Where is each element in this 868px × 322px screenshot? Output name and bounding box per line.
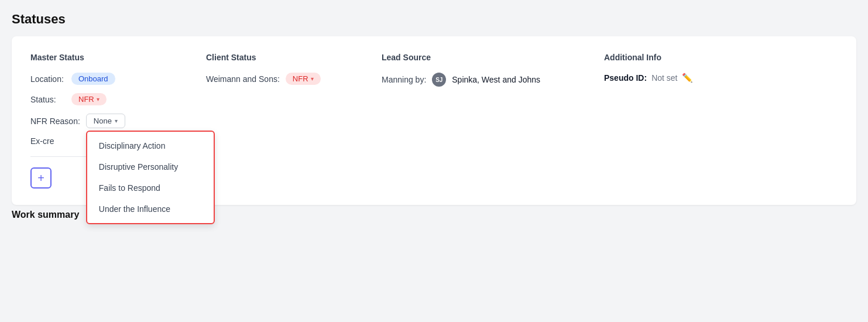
add-button[interactable]: +	[30, 167, 52, 189]
status-badge[interactable]: NFR ▾	[71, 93, 107, 105]
dropdown-item-fails-respond[interactable]: Fails to Respond	[87, 177, 214, 198]
columns-grid: Master Status Location: Onboard Status: …	[30, 53, 838, 189]
ex-credits-label: Ex-cre	[30, 136, 54, 146]
manning-label: Manning by:	[382, 75, 426, 84]
nfr-reason-chevron-icon: ▾	[115, 118, 118, 124]
nfr-reason-row: NFR Reason: None ▾ Disciplinary Action D…	[30, 114, 192, 128]
status-label: Status:	[30, 95, 66, 104]
manning-row: Manning by: SJ Spinka, West and Johns	[382, 73, 590, 87]
weimann-label: Weimann and Sons:	[206, 74, 280, 84]
location-label: Location:	[30, 74, 66, 84]
weimann-row: Weimann and Sons: NFR ▾	[206, 73, 368, 85]
master-status-header: Master Status	[30, 53, 192, 62]
master-status-col: Master Status Location: Onboard Status: …	[30, 53, 206, 189]
page-title: Statuses	[12, 12, 856, 27]
weimann-badge[interactable]: NFR ▾	[286, 73, 321, 85]
weimann-chevron-icon: ▾	[311, 76, 314, 82]
nfr-reason-dropdown-wrapper: None ▾ Disciplinary Action Disruptive Pe…	[86, 114, 125, 128]
additional-info-header: Additional Info	[604, 53, 824, 62]
manning-value: Spinka, West and Johns	[452, 75, 540, 84]
location-badge[interactable]: Onboard	[71, 73, 115, 85]
avatar: SJ	[432, 73, 446, 87]
client-status-header: Client Status	[206, 53, 368, 62]
dropdown-item-disruptive[interactable]: Disruptive Personality	[87, 156, 214, 177]
nfr-reason-selected-value: None	[94, 117, 112, 125]
nfr-reason-dropdown-panel: Disciplinary Action Disruptive Personali…	[86, 131, 215, 224]
pseudo-id-label: Pseudo ID:	[604, 73, 647, 83]
pseudo-id-edit-icon[interactable]: ✏️	[682, 73, 693, 83]
client-status-col: Client Status Weimann and Sons: NFR ▾	[206, 53, 382, 189]
status-row: Status: NFR ▾	[30, 93, 192, 105]
dropdown-item-disciplinary[interactable]: Disciplinary Action	[87, 135, 214, 156]
additional-info-col: Additional Info Pseudo ID: Not set ✏️	[604, 53, 838, 189]
statuses-card: Master Status Location: Onboard Status: …	[12, 36, 856, 205]
lead-source-col: Lead Source Manning by: SJ Spinka, West …	[382, 53, 604, 189]
location-row: Location: Onboard	[30, 73, 192, 85]
nfr-reason-label: NFR Reason:	[30, 117, 80, 126]
nfr-reason-dropdown-button[interactable]: None ▾	[86, 114, 125, 128]
lead-source-header: Lead Source	[382, 53, 590, 62]
dropdown-item-under-influence[interactable]: Under the Influence	[87, 198, 214, 220]
status-chevron-icon: ▾	[97, 96, 100, 102]
pseudo-id-row: Pseudo ID: Not set ✏️	[604, 73, 824, 83]
pseudo-id-value: Not set	[651, 73, 677, 83]
